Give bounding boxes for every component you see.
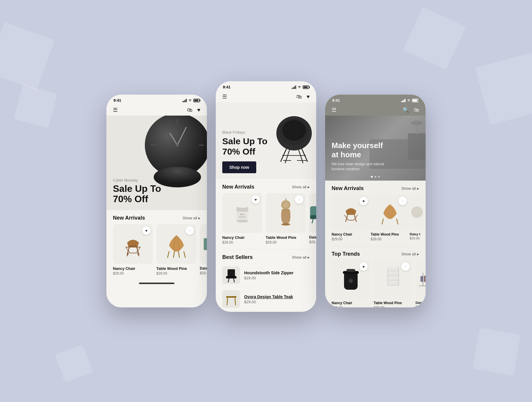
svg-point-49 — [411, 121, 423, 125]
show-all-btn-2[interactable]: Show all — [292, 185, 310, 189]
seller-item-1: Houndstooth Side Zipper $29.00 — [222, 263, 310, 287]
svg-rect-64 — [388, 282, 399, 283]
svg-point-52 — [411, 207, 423, 218]
hero-label-2: Black Fridays — [222, 130, 267, 134]
new-arrivals-header-2: New Arrivals Show all — [216, 179, 316, 193]
heart-btn-mug-2[interactable]: ♥ — [252, 195, 260, 204]
seller-info-1: Houndstooth Side Zipper $29.00 — [244, 270, 310, 280]
heart-btn-vase-2[interactable]: ♡ — [295, 195, 303, 204]
svg-line-51 — [397, 219, 398, 224]
wood-chair-svg-1 — [163, 229, 190, 259]
product-card-mug-2: BRA DESIGN ♥ Nancy Chair $29.00 — [222, 193, 262, 244]
product-card-wood-3: ♡ Table Wood Pine $29.00 — [371, 194, 406, 241]
svg-line-45 — [235, 298, 236, 305]
show-all-btn-1[interactable]: Show all — [183, 216, 200, 220]
phones-container: 9:41 ☰ — [106, 90, 426, 312]
battery-icon-1 — [193, 99, 200, 102]
hero-text-3: Make yourselfat home We love clean desig… — [332, 141, 385, 172]
product-name-teal-2: Daisy — [309, 235, 316, 239]
hero-title-3: Make yourselfat home — [332, 141, 385, 159]
cart-icon-1[interactable]: 🛍 — [187, 107, 192, 113]
svg-line-13 — [179, 252, 179, 257]
product-img-nancy-1: ♥ — [113, 224, 153, 264]
heart-btn-nancy-3[interactable]: ♥ — [359, 197, 368, 205]
heart-icon-2[interactable]: ♥ — [306, 94, 310, 100]
cart-icon-3[interactable]: 🛍 — [414, 107, 419, 113]
product-price-mug-2: $29.00 — [222, 240, 262, 244]
heart-btn-bin-3[interactable]: ♥ — [359, 262, 368, 271]
svg-rect-71 — [424, 276, 426, 282]
trend-name-shelf-3: Table Wood Pine — [374, 301, 412, 305]
best-sellers-title-2: Best Sellers — [222, 254, 253, 260]
status-icons-2 — [292, 85, 309, 89]
wifi-icon-1 — [188, 99, 192, 102]
heart-btn-wood-1[interactable]: ♡ — [186, 226, 194, 235]
shop-now-button[interactable]: Shop now — [222, 161, 256, 173]
svg-line-44 — [227, 298, 228, 305]
svg-rect-55 — [346, 269, 355, 272]
top-trends-show-all-3[interactable]: Show all — [401, 252, 419, 256]
product-name-vase-2: Table Wood Pine — [266, 235, 306, 240]
svg-point-34 — [281, 223, 290, 226]
hero-text-2: Black Fridays Sale Up To70% Off Shop now — [216, 124, 274, 179]
search-icon-3[interactable]: 🔍 — [403, 107, 409, 113]
svg-point-27 — [236, 205, 248, 208]
seller-item-2: Ovora Design Table Teak $29.00 — [222, 287, 310, 311]
hero-text-1: Cyber Monday Sale Up To70% Off — [113, 178, 161, 204]
new-arrivals-title-2: New Arrivals — [222, 184, 254, 190]
product-card-nancy-3: ♥ Nancy Chair $29.00 — [332, 194, 367, 241]
heart-btn-wood-3[interactable]: ♡ — [398, 197, 407, 205]
svg-point-17 — [282, 120, 306, 141]
product-img-nancy-3: ♥ — [332, 194, 370, 230]
svg-line-11 — [184, 252, 185, 257]
cart-icon-2[interactable]: 🛍 — [296, 94, 302, 100]
phone-1: 9:41 ☰ — [106, 95, 207, 307]
svg-point-28 — [236, 220, 248, 223]
trend-price-rack-3: $29.00 — [416, 305, 426, 307]
phone-3: 9:41 — [325, 95, 426, 307]
product-img-partial-3 — [410, 194, 424, 230]
trend-img-bin-3: ♥ — [332, 260, 370, 299]
trend-img-rack-3 — [416, 260, 426, 299]
nav-right-2: 🛍 ♥ — [296, 94, 310, 100]
heart-icon-1[interactable]: ♥ — [197, 107, 200, 113]
product-name-wood-3: Table Wood Pine — [371, 232, 406, 236]
product-name-mug-2: Nancy Chair — [222, 235, 262, 240]
product-card-vase-2: ♡ Table Wood Pine $29.00 — [266, 193, 306, 244]
product-name-partial-3: Daisy t — [410, 232, 424, 236]
product-price-vase-2: $29.00 — [266, 240, 306, 244]
svg-line-40 — [228, 278, 229, 282]
svg-rect-36 — [310, 215, 316, 219]
teal-chair-svg-2 — [309, 198, 316, 228]
heart-btn-shelf-3[interactable]: ♡ — [401, 262, 410, 271]
top-trends-header-3: Top Trends Show all — [325, 246, 426, 260]
svg-rect-70 — [421, 276, 423, 282]
best-sellers-show-all-2[interactable]: Show all — [292, 255, 310, 260]
status-time-2: 9:41 — [223, 85, 231, 89]
heart-btn-nancy-1[interactable]: ♥ — [142, 226, 150, 235]
status-bar-1: 9:41 — [106, 95, 207, 104]
table-svg — [225, 292, 238, 307]
menu-icon-1[interactable]: ☰ — [113, 107, 118, 113]
best-sellers-list-2: Houndstooth Side Zipper $29.00 Ovora Des… — [216, 263, 316, 311]
status-time-1: 9:41 — [113, 98, 121, 103]
nancy-chair-svg-1 — [120, 229, 146, 259]
mug-svg-2: BRA DESIGN — [231, 199, 254, 227]
product-img-vase-2: ♡ — [266, 193, 306, 233]
svg-rect-63 — [388, 279, 399, 281]
battery-icon-2 — [303, 85, 309, 89]
svg-line-18 — [281, 148, 287, 161]
svg-rect-14 — [204, 238, 207, 250]
signal-icon-3 — [401, 99, 406, 102]
hero-section-1: Cyber Monday Sale Up To70% Off — [106, 116, 207, 210]
top-trends-products-3: ♥ Nancy Chair $29.00 — [325, 260, 426, 307]
show-all-btn-3[interactable]: Show all — [401, 186, 419, 191]
battery-icon-3 — [412, 99, 419, 102]
svg-rect-61 — [388, 275, 399, 276]
status-bar-2: 9:41 — [216, 81, 316, 91]
product-card-partial-3: Daisy t $29.00 — [410, 194, 424, 241]
trend-name-bin-3: Nancy Chair — [332, 301, 370, 305]
vase-svg-2 — [275, 198, 296, 228]
menu-icon-3[interactable]: ☰ — [332, 107, 336, 113]
menu-icon-2[interactable]: ☰ — [222, 93, 227, 100]
